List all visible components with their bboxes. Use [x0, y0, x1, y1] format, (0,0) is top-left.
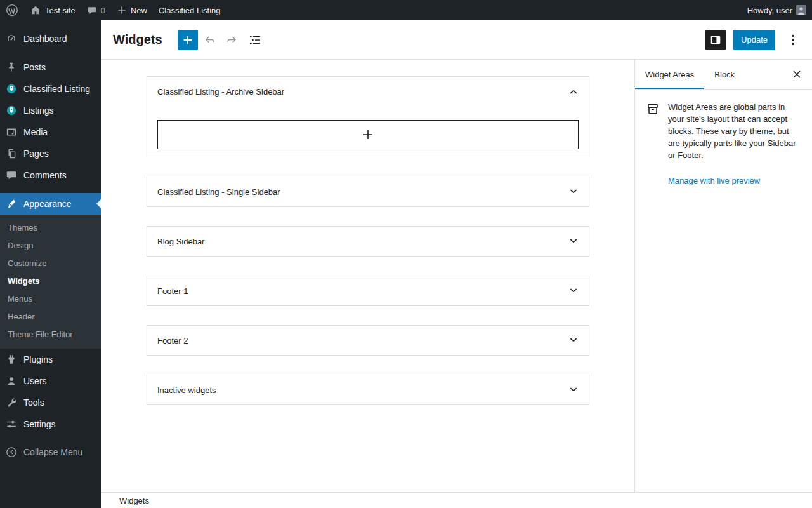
widget-area-header[interactable]: Classified Listing - Archive Sidebar [147, 77, 589, 106]
pin-icon [5, 61, 18, 74]
editor-body: Classified Listing - Archive Sidebar [102, 60, 812, 492]
update-button[interactable]: Update [733, 30, 775, 50]
widget-area-title: Footer 1 [157, 286, 188, 296]
sidebar-toggle-icon [709, 33, 723, 47]
widget-area-panel: Classified Listing - Single Sidebar [147, 177, 589, 207]
admin-bar-right: Howdy, user [742, 0, 812, 20]
sidebar-item-label: Media [23, 127, 48, 137]
sidebar-item-label: Pages [23, 149, 49, 159]
wordpress-logo [6, 4, 18, 17]
list-view-icon [247, 32, 263, 48]
settings-sidebar: Widget Areas Block Widget Areas are glob… [634, 60, 812, 492]
undo-icon [202, 32, 217, 48]
redo-button[interactable] [221, 29, 244, 51]
add-block-button[interactable] [157, 120, 579, 149]
widget-area-header[interactable]: Inactive widgets [147, 375, 589, 404]
widget-area-header[interactable]: Blog Sidebar [147, 227, 589, 256]
avatar [796, 5, 806, 15]
editor-footer: Widgets [102, 492, 812, 508]
comments-count: 0 [101, 6, 105, 15]
site-name-menu[interactable]: Test site [24, 0, 81, 20]
submenu-item-design[interactable]: Design [0, 237, 102, 255]
sidebar-item-dashboard[interactable]: Dashboard [0, 28, 102, 50]
tab-widget-areas[interactable]: Widget Areas [635, 60, 704, 89]
sidebar-item-posts[interactable]: Posts [0, 57, 102, 78]
menu-separator [0, 50, 102, 57]
listings-icon [5, 104, 18, 117]
editor-toolbar: Widgets [102, 20, 812, 60]
submenu-item-header[interactable]: Header [0, 308, 102, 326]
widget-area-header[interactable]: Classified Listing - Single Sidebar [147, 177, 589, 206]
undo-button[interactable] [198, 29, 221, 51]
widget-area-panel: Footer 1 [147, 276, 589, 306]
close-settings-button[interactable] [787, 64, 807, 84]
sidebar-item-tools[interactable]: Tools [0, 392, 102, 413]
new-content-menu[interactable]: New [111, 0, 153, 20]
chevron-down-icon [566, 382, 581, 398]
sidebar-item-settings[interactable]: Settings [0, 413, 102, 435]
chevron-up-icon [566, 84, 581, 99]
sidebar-item-label: Tools [23, 398, 44, 408]
breadcrumb[interactable]: Widgets [119, 496, 149, 505]
chevron-down-icon [566, 333, 581, 348]
classified-listing-adminbar-label: Classified Listing [159, 6, 221, 15]
sidebar-item-label: Posts [23, 62, 46, 72]
home-icon [30, 4, 41, 16]
submenu-item-themes[interactable]: Themes [0, 219, 102, 237]
widget-area-panel: Classified Listing - Archive Sidebar [147, 76, 589, 157]
widget-area-header[interactable]: Footer 2 [147, 326, 589, 355]
settings-icon [5, 418, 18, 431]
collapse-menu-label: Collapse Menu [23, 447, 82, 457]
howdy-account-menu[interactable]: Howdy, user [742, 0, 812, 20]
options-menu-button[interactable] [782, 29, 804, 51]
tools-icon [5, 396, 18, 409]
sidebar-item-listings[interactable]: Listings [0, 100, 102, 121]
comments-menu[interactable]: 0 [81, 0, 111, 20]
sidebar-item-label: Listings [23, 105, 53, 116]
submenu-item-menus[interactable]: Menus [0, 290, 102, 308]
sidebar-item-label: Appearance [23, 199, 72, 209]
add-block-toolbar-button[interactable] [178, 30, 198, 50]
plus-icon [360, 127, 376, 142]
dashboard-icon [5, 32, 18, 45]
sidebar-item-label: Plugins [23, 354, 53, 364]
collapse-arrow-icon [5, 446, 18, 458]
classified-listing-adminbar-menu[interactable]: Classified Listing [153, 0, 226, 20]
inspector-content: Widget Areas are global parts in your si… [635, 90, 812, 197]
sidebar-item-comments[interactable]: Comments [0, 164, 102, 186]
settings-sidebar-toggle-button[interactable] [705, 30, 726, 50]
sidebar-item-pages[interactable]: Pages [0, 143, 102, 164]
widget-area-panel: Footer 2 [147, 325, 589, 356]
sidebar-item-users[interactable]: Users [0, 370, 102, 392]
new-label: New [131, 6, 147, 15]
widget-area-panel: Blog Sidebar [147, 226, 589, 257]
widget-area-header[interactable]: Footer 1 [147, 276, 589, 305]
widget-area-panel: Inactive widgets [147, 375, 589, 405]
sidebar-item-label: Comments [23, 170, 67, 180]
admin-sidebar: Dashboard Posts Classified Listing Listi… [0, 20, 102, 508]
submenu-item-theme-file-editor[interactable]: Theme File Editor [0, 326, 102, 344]
sidebar-item-classified-listing[interactable]: Classified Listing [0, 78, 102, 100]
admin-bar: Test site 0 New Classified Listing Howdy… [0, 0, 812, 20]
list-view-button[interactable] [244, 29, 266, 51]
chevron-down-icon [566, 184, 581, 199]
manage-live-preview-link[interactable]: Manage with live preview [668, 176, 760, 185]
submenu-item-customize[interactable]: Customize [0, 255, 102, 272]
admin-bar-left: Test site 0 New Classified Listing [0, 0, 226, 20]
widget-area-title: Classified Listing - Archive Sidebar [157, 87, 284, 97]
chevron-down-icon [566, 234, 581, 249]
kebab-icon [785, 32, 801, 48]
comments-icon [5, 169, 18, 182]
sidebar-item-media[interactable]: Media [0, 121, 102, 143]
sidebar-item-plugins[interactable]: Plugins [0, 349, 102, 370]
plugins-icon [5, 353, 18, 366]
wp-logo-menu[interactable] [0, 0, 24, 20]
widget-area-title: Blog Sidebar [157, 237, 204, 246]
sidebar-item-label: Classified Listing [23, 84, 90, 94]
collapse-menu-button[interactable]: Collapse Menu [0, 441, 102, 463]
sidebar-item-appearance[interactable]: Appearance [0, 193, 102, 215]
tab-block[interactable]: Block [704, 60, 745, 89]
appearance-icon [5, 197, 18, 210]
submenu-item-widgets[interactable]: Widgets [0, 272, 102, 290]
sidebar-item-label: Settings [23, 419, 56, 429]
